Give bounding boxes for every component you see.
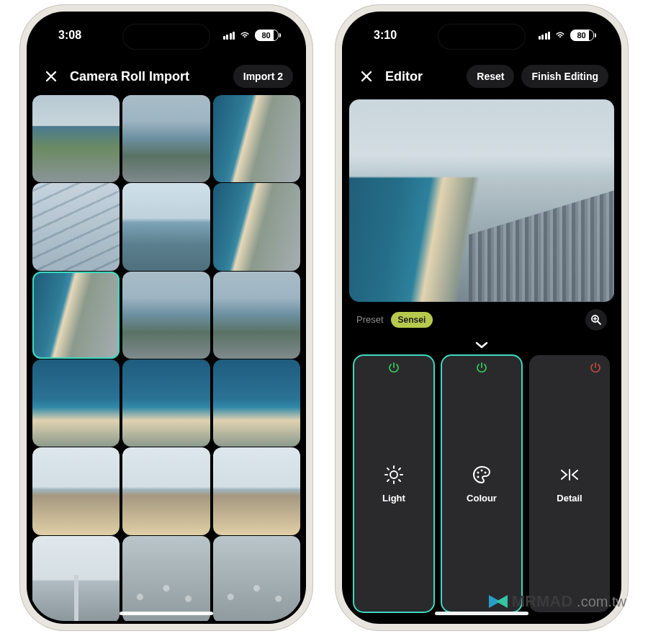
photo-thumb[interactable] [122,183,210,270]
photo-thumb[interactable] [122,536,210,621]
chevron-down-icon [475,341,488,349]
preset-chip[interactable]: Sensei [391,312,433,328]
watermark-logo-icon [489,595,508,608]
photo-thumb[interactable] [122,95,210,182]
dynamic-island [438,24,525,49]
signal-icon [223,32,235,40]
tool-colour[interactable]: Colour [441,355,522,612]
photo-thumb[interactable] [213,359,300,447]
watermark-domain: .com.tw [577,594,626,610]
tool-detail[interactable]: Detail [529,355,610,612]
photo-thumb[interactable] [122,359,210,447]
status-time: 3:08 [58,29,81,42]
power-icon [476,362,487,377]
tool-light[interactable]: Light [354,355,434,612]
home-indicator [120,612,213,615]
photo-thumb-selected[interactable] [32,272,120,359]
colour-icon [471,464,492,486]
svg-point-2 [477,471,480,473]
status-time: 3:10 [374,29,397,42]
dynamic-island [123,24,210,49]
photo-thumb[interactable] [213,272,300,359]
tool-label: Light [382,493,405,504]
photo-thumb[interactable] [32,95,120,182]
battery-icon: 80 [570,30,594,41]
photo-thumb[interactable] [213,447,300,535]
photo-thumb[interactable] [32,447,120,535]
battery-icon: 80 [255,30,279,41]
preset-row: Preset Sensei [345,302,618,338]
photo-thumb[interactable] [213,183,300,270]
zoom-in-icon [590,314,602,326]
close-icon [361,71,372,81]
svg-point-5 [477,475,480,478]
watermark-brand: MRMAD [512,592,572,611]
photo-thumb[interactable] [32,183,120,270]
photo-thumb[interactable] [213,95,300,182]
tool-label: Detail [557,493,582,504]
editor-image[interactable] [349,99,614,302]
photo-thumb[interactable] [122,272,210,359]
photo-grid [30,95,303,621]
page-title: Editor [385,69,459,84]
close-icon [46,71,56,81]
photo-thumb[interactable] [122,447,210,535]
editor-image-wrap [345,95,618,302]
phone-right: 3:10 80 Editor Reset Finish Editing [335,4,629,631]
detail-icon [559,464,580,486]
svg-point-4 [485,471,487,473]
wifi-icon [554,29,566,42]
photo-thumb[interactable] [32,359,120,447]
page-title: Camera Roll Import [70,69,226,84]
close-button[interactable] [355,65,378,88]
svg-point-1 [390,471,397,478]
photo-thumb[interactable] [213,536,300,621]
preset-label: Preset [356,314,384,325]
collapse-toggle[interactable] [345,338,618,355]
signal-icon [539,32,551,40]
watermark: MRMAD.com.tw [489,592,626,611]
close-button[interactable] [40,65,63,88]
home-indicator [435,612,528,615]
reset-button[interactable]: Reset [467,65,514,88]
zoom-button[interactable] [585,309,607,331]
power-icon [590,362,601,377]
svg-point-3 [481,469,483,471]
power-icon [388,362,400,377]
tool-cards: Light Colour [345,355,618,621]
topbar: Camera Roll Import Import 2 [30,56,303,95]
finish-editing-button[interactable]: Finish Editing [521,65,608,88]
phone-left: 3:08 80 Camera Roll Import Import 2 [19,4,313,631]
photo-thumb[interactable] [32,536,120,621]
wifi-icon [239,29,251,42]
topbar: Editor Reset Finish Editing [345,56,618,95]
import-button[interactable]: Import 2 [233,65,293,88]
tool-label: Colour [467,493,497,504]
light-icon [383,464,405,486]
